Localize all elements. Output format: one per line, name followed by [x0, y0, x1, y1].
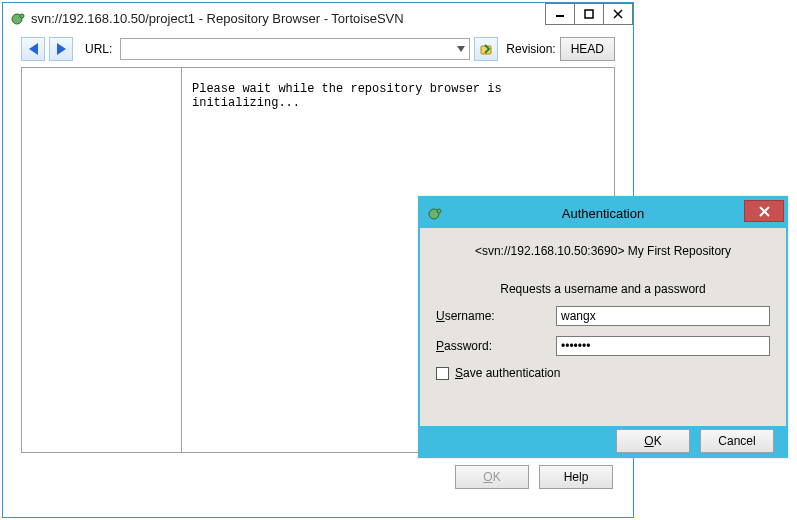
ok-button[interactable]: OK — [455, 465, 529, 489]
footer: OK Help — [3, 453, 633, 501]
auth-footer: OK Cancel — [420, 426, 786, 456]
password-label: Password: — [436, 339, 556, 353]
auth-request-line: Requests a username and a password — [436, 282, 770, 296]
tortoise-icon — [9, 10, 25, 26]
username-input[interactable] — [556, 306, 770, 326]
minimize-button[interactable] — [545, 3, 575, 25]
help-button[interactable]: Help — [539, 465, 613, 489]
tortoise-icon — [426, 205, 442, 221]
auth-titlebar[interactable]: Authentication — [420, 198, 786, 228]
chevron-down-icon[interactable] — [453, 39, 469, 59]
status-text: Please wait while the repository browser… — [192, 82, 502, 110]
go-button[interactable] — [474, 37, 498, 61]
tree-pane[interactable] — [22, 68, 182, 452]
head-button[interactable]: HEAD — [560, 37, 615, 61]
svg-rect-3 — [585, 10, 593, 18]
close-button[interactable] — [603, 3, 633, 25]
url-field[interactable] — [121, 39, 453, 59]
authentication-dialog: Authentication <svn://192.168.10.50:3690… — [418, 196, 788, 458]
auth-title: Authentication — [562, 206, 644, 221]
window-controls — [546, 3, 633, 25]
auth-repo-line: <svn://192.168.10.50:3690> My First Repo… — [436, 244, 770, 258]
window-title: svn://192.168.10.50/project1 - Repositor… — [31, 11, 404, 26]
url-label: URL: — [85, 42, 112, 56]
auth-close-button[interactable] — [744, 200, 784, 222]
password-row: Password: — [436, 336, 770, 356]
forward-arrow-icon — [57, 43, 66, 55]
close-icon — [759, 206, 770, 217]
ok-label-rest: K — [493, 470, 501, 484]
save-auth-row: Save authentication — [436, 366, 770, 380]
auth-ok-button[interactable]: OK — [616, 429, 690, 453]
save-auth-checkbox[interactable] — [436, 367, 449, 380]
maximize-button[interactable] — [574, 3, 604, 25]
username-row: Username: — [436, 306, 770, 326]
back-button[interactable] — [21, 37, 45, 61]
go-icon — [479, 42, 493, 56]
titlebar[interactable]: svn://192.168.10.50/project1 - Repositor… — [3, 3, 633, 33]
toolbar: URL: Revision: HEAD — [21, 37, 615, 61]
save-auth-label[interactable]: Save authentication — [455, 366, 560, 380]
username-label: Username: — [436, 309, 556, 323]
password-input[interactable] — [556, 336, 770, 356]
svg-point-1 — [20, 14, 24, 18]
revision-label: Revision: — [506, 42, 555, 56]
back-arrow-icon — [29, 43, 38, 55]
url-combobox[interactable] — [120, 38, 470, 60]
auth-body: <svn://192.168.10.50:3690> My First Repo… — [420, 228, 786, 426]
svg-point-8 — [437, 209, 441, 213]
forward-button[interactable] — [49, 37, 73, 61]
auth-cancel-button[interactable]: Cancel — [700, 429, 774, 453]
